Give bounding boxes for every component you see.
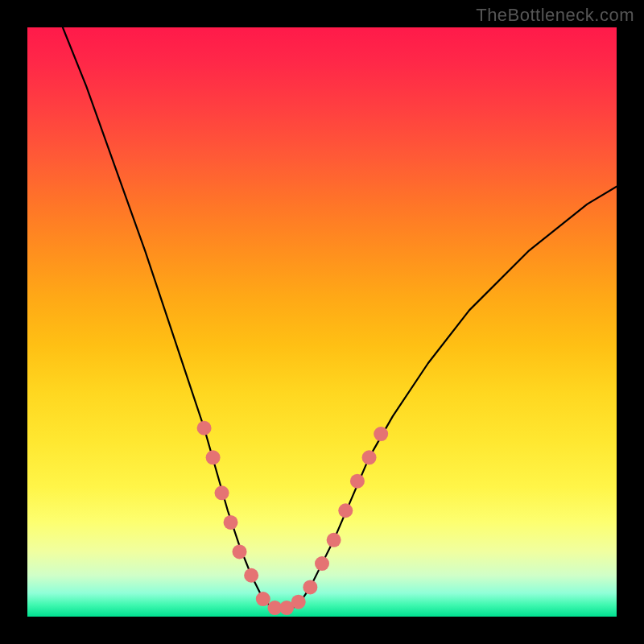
chart-container: TheBottleneck.com — [0, 0, 644, 644]
plot-area — [27, 27, 617, 617]
site-watermark: TheBottleneck.com — [476, 5, 634, 26]
bottleneck-curve-canvas — [27, 27, 617, 617]
